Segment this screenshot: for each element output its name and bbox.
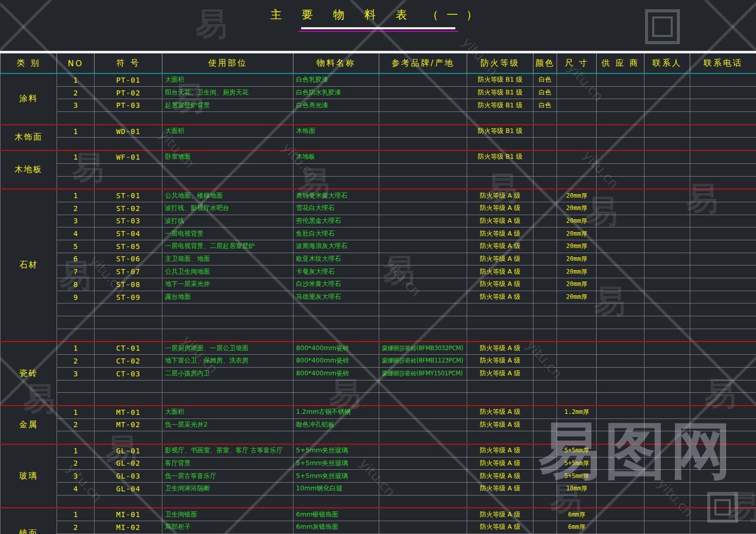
cell-color [533,418,557,431]
cell-size [557,316,597,329]
column-header-category: 类 别 [1,52,57,74]
table-row: 石材1ST-01公共地面、楼梯地面奥特曼米黄大理石防火等级 A 级20mm厚 [1,189,756,202]
cell-color [533,138,557,150]
cell-material: 白沙米黄大理石 [293,278,379,291]
cell-location: 卫生间镜面 [162,508,293,521]
cell-contact [644,189,690,202]
cell-fire: 防火等级 A 级 [467,457,533,470]
cell-phone [690,227,756,240]
cell-supplier [597,253,644,265]
table-row: 2MI-02局部柜子6mm灰镜饰面防火等级 A 级6mm厚 [1,521,756,534]
column-header-color: 颜色 [533,52,557,74]
cell-fire: 防火等级 A 级 [467,367,533,380]
cell-code [95,138,162,150]
cell-supplier [597,176,644,189]
cell-size: 5+5mm厚 [557,457,597,470]
cell-color [533,265,557,278]
cell-contact [644,99,690,112]
cell-fire: 防火等级 A 级 [467,240,533,253]
cell-brand [379,202,467,215]
cell-material [293,380,379,393]
cell-material: 5+5mm夹丝玻璃 [293,457,379,470]
cell-supplier [597,316,644,329]
cell-fire: 防火等级 B1 级 [467,150,533,163]
cell-size [557,495,597,508]
cell-contact [644,418,690,431]
cell-location: 波打线、影视厅水吧台 [162,202,293,215]
cell-code [95,176,162,189]
cell-fire [467,138,533,150]
cell-location [162,138,293,150]
cell-color [533,316,557,329]
cell-brand [379,303,467,316]
cell-code: ST-05 [95,240,162,253]
empty-row [1,176,756,189]
table-row: 2MT-02负一层采光井2咖色冲孔铝板防火等级 A 级 [1,418,756,431]
cell-no: 8 [57,278,95,291]
cell-no: 2 [57,202,95,215]
cell-location [162,393,293,406]
cell-material: 木地板 [293,150,379,163]
cell-location: 负一层古筝音乐厅 [162,470,293,483]
cell-fire [467,112,533,125]
cell-contact [644,470,690,483]
cell-supplier [597,341,644,354]
column-header-contact: 联系人 [644,52,690,74]
cell-material: 1.2mm古铜不锈钢 [293,406,379,418]
cell-supplier [597,189,644,202]
table-row: 玻璃1GL-01影视厅、书画室、茶室、客厅 古筝音乐厅5+5mm夹丝玻璃防火等级… [1,444,756,457]
column-header-brand: 参考品牌/产地 [379,52,467,74]
cell-contact [644,215,690,227]
cell-phone [690,393,756,406]
cell-no: 2 [57,521,95,534]
cell-location: 露台地面 [162,291,293,303]
cell-supplier [597,495,644,508]
empty-row [1,329,756,341]
cell-supplier [597,240,644,253]
table-row: 7ST-07公共卫生间地面卡曼灰大理石防火等级 A 级20mm厚 [1,265,756,278]
table-row: 涂料1PT-01大面积白色乳胶漆防火等级 B1 级白色 [1,73,756,86]
cell-no [57,431,95,444]
cell-brand [379,329,467,341]
empty-row [1,393,756,406]
cell-size [557,125,597,138]
cell-code: PT-02 [95,86,162,99]
cell-phone [690,431,756,444]
cell-brand [379,291,467,303]
cell-material [293,112,379,125]
cell-phone [690,138,756,150]
cell-brand [379,495,467,508]
cell-location [162,495,293,508]
cell-no [57,316,95,329]
cell-brand [379,163,467,176]
table-row: 4ST-04一层电视背景鱼肚白大理石防火等级 A 级20mm厚 [1,227,756,240]
cell-fire: 防火等级 B1 级 [467,86,533,99]
cell-fire: 防火等级 A 级 [467,265,533,278]
cell-color [533,406,557,418]
cell-brand [379,470,467,483]
cell-color [533,508,557,521]
cell-size: 20mm厚 [557,215,597,227]
table-row: 3PT-03起居室壁炉背景白色亮光漆防火等级 B1 级白色 [1,99,756,112]
cell-supplier [597,227,644,240]
cell-contact [644,86,690,99]
cell-location [162,163,293,176]
cell-location [162,380,293,393]
cell-contact [644,227,690,240]
cell-brand [379,125,467,138]
cell-brand: 蒙娜丽莎瓷砖(8FMB3032PCM) [379,341,467,354]
cell-code: ST-08 [95,278,162,291]
cell-location: 影视厅、书画室、茶室、客厅 古筝音乐厅 [162,444,293,457]
cell-phone [690,253,756,265]
cell-code: ST-06 [95,253,162,265]
cell-location: 地下一层采光井 [162,278,293,291]
cell-phone [690,150,756,163]
cell-contact [644,431,690,444]
cell-brand [379,508,467,521]
cell-no: 6 [57,253,95,265]
cell-phone [690,215,756,227]
cell-code [95,431,162,444]
cell-material [293,138,379,150]
cell-code: PT-01 [95,73,162,86]
cell-no [57,138,95,150]
